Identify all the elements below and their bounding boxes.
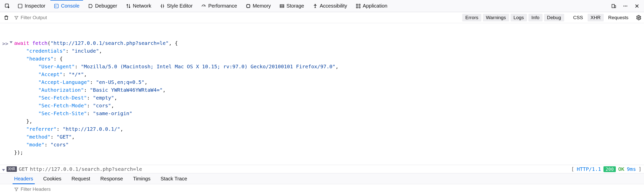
more-button[interactable] [620, 0, 630, 12]
toggle-css[interactable]: CSS [570, 14, 586, 21]
key-sec-fetch-site: "Sec-Fetch-Site" [38, 110, 87, 116]
devtools-tab-bar: Inspector Console Debugger Network Style… [0, 0, 644, 12]
key-authorization: "Authorization" [38, 87, 84, 93]
xhr-status-text: OK [618, 166, 624, 172]
subtab-stack[interactable]: Stack Trace [159, 173, 189, 184]
toggle-logs[interactable]: Logs [511, 14, 527, 21]
tab-storage[interactable]: Storage [276, 0, 308, 12]
log-category-toggles: Errors Warnings Logs Info Debug [462, 14, 564, 21]
subtab-cookies[interactable]: Cookies [42, 173, 63, 184]
stmt-end: }); [14, 149, 23, 155]
subtab-request[interactable]: Request [70, 173, 92, 184]
tab-style-editor[interactable]: Style Editor [156, 0, 196, 12]
application-icon [356, 4, 361, 9]
prompt-icon: >> [2, 39, 9, 48]
funnel-icon [14, 15, 19, 20]
tab-memory[interactable]: Memory [242, 0, 274, 12]
kw-await: await [14, 40, 29, 46]
tab-label: Inspector [25, 3, 45, 9]
element-picker-button[interactable] [2, 0, 13, 12]
xhr-log-row[interactable]: XHR GET http://127.0.0.1/search.php?sear… [0, 165, 644, 173]
subtab-headers[interactable]: Headers [13, 173, 35, 184]
subtab-timings[interactable]: Timings [131, 173, 152, 184]
headers-filter-row [0, 184, 644, 192]
svg-rect-8 [359, 4, 360, 5]
toggle-debug[interactable]: Debug [544, 14, 564, 21]
val-authorization: "Basic YWRtaW46YWRtaW4=" [90, 87, 163, 93]
xhr-time: 9ms [627, 166, 636, 172]
svg-point-6 [315, 4, 315, 5]
tab-label: Application [363, 3, 387, 9]
console-input-row[interactable]: >> await fetch("http://127.0.0.1/search.… [0, 39, 644, 157]
debugger-icon [88, 4, 93, 9]
svg-rect-4 [280, 5, 284, 6]
tab-label: Console [61, 3, 79, 9]
console-toolbar: Errors Warnings Logs Info Debug CSS XHR … [0, 12, 644, 23]
tab-network[interactable]: Network [122, 0, 155, 12]
xhr-badge: XHR [7, 166, 17, 172]
toggle-info[interactable]: Info [528, 14, 543, 21]
funnel-icon [14, 187, 19, 191]
svg-rect-9 [356, 7, 357, 8]
tab-debugger[interactable]: Debugger [85, 0, 121, 12]
tab-label: Performance [208, 3, 237, 9]
memory-icon [246, 4, 251, 9]
toggle-warnings[interactable]: Warnings [483, 14, 509, 21]
tab-inspector[interactable]: Inspector [14, 0, 49, 12]
xhr-protocol: HTTP/1.1 [577, 166, 601, 172]
val-credentials: "include" [72, 48, 99, 54]
val-mode: "cors" [51, 142, 69, 148]
svg-rect-7 [356, 4, 357, 5]
filter-output-input[interactable] [21, 15, 121, 20]
val-accept-language: "en-US,en;q=0.5" [96, 79, 145, 85]
toggle-errors[interactable]: Errors [462, 14, 481, 21]
svg-rect-10 [359, 7, 360, 8]
code-block: await fetch("http://127.0.0.1/search.php… [14, 39, 641, 156]
xhr-status-code: 200 [603, 166, 616, 172]
responsive-mode-button[interactable] [609, 0, 619, 12]
subtab-response[interactable]: Response [99, 173, 124, 184]
close-icon [634, 4, 639, 9]
svg-rect-12 [615, 6, 616, 8]
tab-performance[interactable]: Performance [198, 0, 241, 12]
tab-console[interactable]: Console [50, 0, 83, 12]
close-devtools-button[interactable] [632, 0, 642, 12]
key-headers: "headers" [26, 56, 53, 62]
toggle-requests[interactable]: Requests [605, 14, 631, 21]
fn-fetch: fetch [32, 40, 47, 46]
tab-application[interactable]: Application [352, 0, 391, 12]
svg-rect-5 [280, 6, 284, 7]
storage-icon [279, 4, 284, 9]
key-accept-language: "Accept-Language" [38, 79, 90, 85]
tab-label: Style Editor [167, 3, 193, 9]
tab-accessibility[interactable]: Accessibility [309, 0, 351, 12]
accessibility-icon [313, 4, 318, 9]
filter-headers-input[interactable] [21, 186, 121, 192]
key-method: "method" [26, 134, 50, 140]
performance-icon [201, 4, 206, 9]
toggle-xhr[interactable]: XHR [588, 14, 604, 21]
console-settings-button[interactable] [636, 15, 641, 20]
trash-icon [4, 15, 9, 20]
net-category-toggles: CSS XHR Requests [570, 14, 631, 21]
svg-rect-1 [18, 4, 22, 8]
val-referrer: "http://127.0.0.1/" [63, 126, 120, 132]
key-mode: "mode" [26, 142, 44, 148]
tab-label: Debugger [95, 3, 117, 9]
tab-label: Storage [287, 3, 304, 9]
more-horizontal-icon [623, 4, 628, 9]
svg-rect-3 [247, 5, 250, 8]
collapse-toggle[interactable] [10, 41, 13, 43]
val-sec-fetch-site: "same-origin" [93, 110, 132, 116]
xhr-collapse-toggle[interactable] [2, 169, 5, 171]
key-sec-fetch-dest: "Sec-Fetch-Dest" [38, 95, 87, 101]
key-referrer: "referrer" [26, 126, 56, 132]
console-output: >> await fetch("http://127.0.0.1/search.… [0, 23, 644, 165]
brace: { [60, 56, 63, 62]
style-editor-icon [160, 4, 165, 9]
responsive-icon [611, 4, 616, 9]
clear-console-button[interactable] [3, 15, 10, 20]
element-picker-icon [5, 3, 10, 9]
val-method: "GET" [57, 134, 72, 140]
key-user-agent: "User-Agent" [38, 63, 75, 70]
